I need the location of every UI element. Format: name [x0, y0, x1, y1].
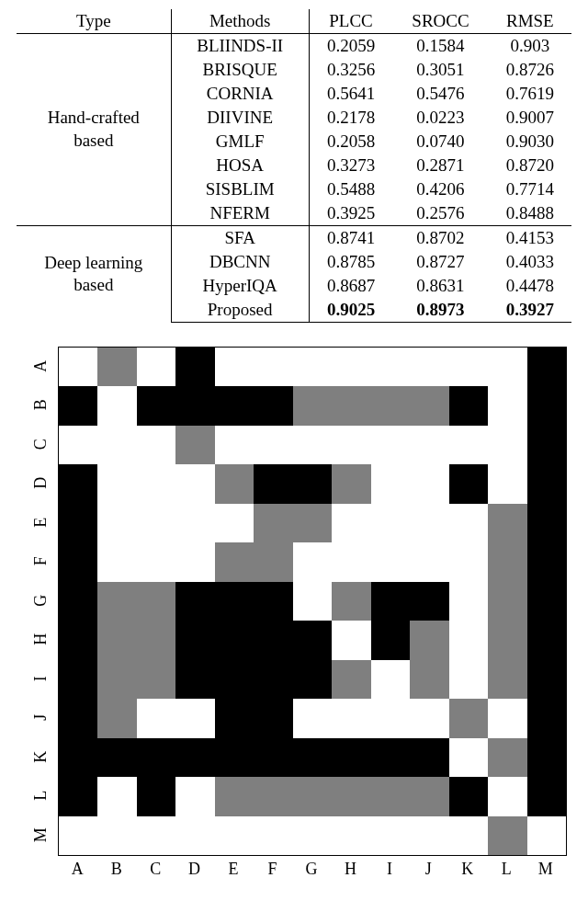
value-cell: 0.3051: [392, 58, 488, 82]
heatmap-cell: [410, 504, 448, 542]
heatmap-cell: [488, 504, 526, 542]
method-cell: Proposed: [171, 298, 309, 323]
heatmap-cell: [449, 777, 488, 815]
heatmap-cell: [449, 738, 488, 777]
col-srocc: SROCC: [392, 9, 488, 34]
heatmap-cell: [215, 348, 254, 386]
heatmap-cell: [215, 504, 254, 542]
value-cell: 0.8702: [392, 226, 488, 251]
value-cell: 0.8727: [392, 250, 488, 274]
heatmap-cell: [137, 738, 175, 777]
heatmap-cell: [371, 348, 410, 386]
value-cell: 0.3925: [309, 201, 392, 226]
heatmap-y-axis: ABCDEFGHIJKLM: [23, 347, 58, 854]
heatmap-cell: [527, 816, 566, 855]
heatmap-cell: [254, 504, 292, 542]
heatmap-cell: [215, 777, 254, 815]
heatmap-cell: [137, 816, 175, 855]
y-tick-label: K: [21, 739, 60, 774]
type-cell: Hand-craftedbased: [17, 34, 171, 226]
heatmap-cell: [488, 816, 526, 855]
type-cell: Deep learningbased: [17, 226, 171, 323]
heatmap-cell: [527, 504, 566, 542]
heatmap-cell: [527, 464, 566, 503]
heatmap-cell: [371, 777, 410, 815]
heatmap-cell: [215, 386, 254, 425]
heatmap-cell: [59, 738, 97, 777]
heatmap-cell: [59, 504, 97, 542]
heatmap-cell: [59, 816, 97, 855]
heatmap-cell: [371, 816, 410, 855]
value-cell: 0.2178: [309, 106, 392, 130]
value-cell: 0.3273: [309, 154, 392, 177]
heatmap-cell: [488, 777, 526, 815]
value-cell: 0.4478: [489, 274, 571, 298]
heatmap-cell: [332, 348, 370, 386]
heatmap-cell: [97, 348, 136, 386]
heatmap-cell: [449, 699, 488, 737]
heatmap-cell: [371, 542, 410, 581]
heatmap-cell: [175, 386, 214, 425]
heatmap-cell: [488, 738, 526, 777]
heatmap-cell: [59, 464, 97, 503]
method-cell: DBCNN: [171, 250, 309, 274]
value-cell: 0.4206: [392, 177, 488, 201]
heatmap-cell: [97, 542, 136, 581]
heatmap-cell: [410, 348, 448, 386]
heatmap-cell: [293, 426, 332, 464]
heatmap-cell: [175, 738, 214, 777]
heatmap-cell: [97, 777, 136, 815]
heatmap-cell: [293, 816, 332, 855]
heatmap-cell: [215, 816, 254, 855]
heatmap-cell: [293, 386, 332, 425]
heatmap-cell: [332, 621, 370, 659]
heatmap-cell: [527, 542, 566, 581]
heatmap-cell: [488, 464, 526, 503]
method-cell: DIIVINE: [171, 106, 309, 130]
x-tick-label: F: [253, 860, 291, 879]
method-cell: SFA: [171, 226, 309, 251]
heatmap-cell: [97, 816, 136, 855]
heatmap-cell: [215, 464, 254, 503]
heatmap-cell: [137, 699, 175, 737]
heatmap-cell: [449, 426, 488, 464]
col-rmse: RMSE: [489, 9, 571, 34]
x-tick-label: K: [448, 860, 487, 879]
table-row: Deep learningbasedSFA0.87410.87020.4153: [17, 226, 571, 251]
heatmap-cell: [332, 738, 370, 777]
heatmap-cell: [527, 348, 566, 386]
heatmap-cell: [97, 504, 136, 542]
heatmap-cell: [410, 426, 448, 464]
heatmap-x-axis: ABCDEFGHIJKLM: [58, 860, 565, 884]
value-cell: 0.7619: [489, 82, 571, 106]
heatmap-cell: [449, 504, 488, 542]
y-tick-label: I: [21, 661, 60, 696]
heatmap-cell: [215, 426, 254, 464]
heatmap-cell: [137, 386, 175, 425]
value-cell: 0.5476: [392, 82, 488, 106]
heatmap-cell: [488, 660, 526, 699]
heatmap-cell: [175, 504, 214, 542]
x-tick-label: L: [487, 860, 526, 879]
heatmap-cell: [293, 542, 332, 581]
y-tick-label: L: [21, 778, 60, 813]
y-tick-label: A: [21, 348, 60, 383]
heatmap-cell: [293, 582, 332, 621]
heatmap-cell: [215, 738, 254, 777]
y-tick-label: J: [21, 700, 60, 735]
heatmap-cell: [488, 426, 526, 464]
method-cell: BLIINDS-II: [171, 34, 309, 59]
heatmap-cell: [175, 426, 214, 464]
heatmap-cell: [527, 738, 566, 777]
heatmap-cell: [449, 621, 488, 659]
x-tick-label: D: [175, 860, 213, 879]
heatmap-cell: [97, 386, 136, 425]
heatmap-cell: [527, 777, 566, 815]
y-tick-label: G: [21, 583, 60, 618]
heatmap-cell: [215, 621, 254, 659]
y-tick-label: E: [21, 505, 60, 540]
heatmap-cell: [59, 777, 97, 815]
heatmap-cell: [410, 699, 448, 737]
heatmap-cell: [332, 777, 370, 815]
method-cell: GMLF: [171, 130, 309, 154]
